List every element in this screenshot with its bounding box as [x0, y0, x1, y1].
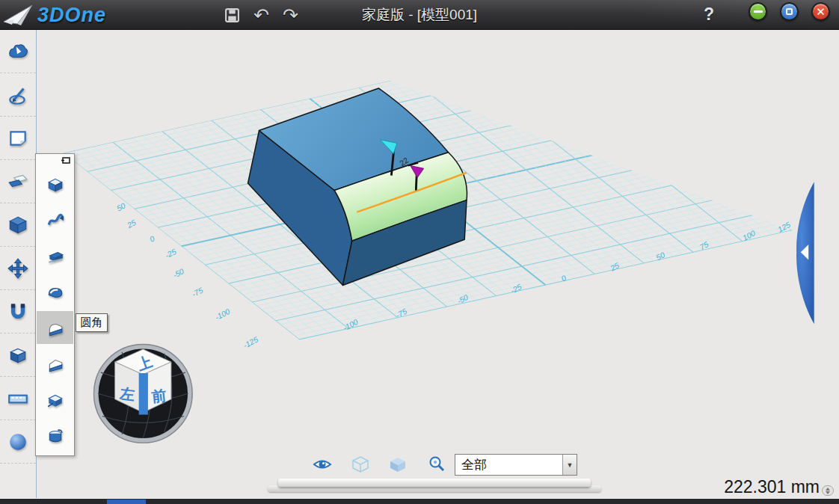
toolbar-item-eraser[interactable] [0, 160, 36, 203]
revolve-icon [46, 283, 64, 301]
right-panel-handle[interactable] [796, 182, 814, 324]
tool-twist[interactable] [46, 426, 65, 446]
titlebar: 3DOne ↶ ↷ 家庭版 - [模型001] ? ✕ [0, 0, 839, 30]
close-button[interactable]: ✕ [811, 2, 830, 21]
model-filleted-box[interactable] [248, 88, 467, 285]
ruler-icon [7, 387, 29, 410]
svg-text:-50: -50 [171, 267, 185, 280]
sphere-icon [7, 431, 29, 453]
solid-cube-icon[interactable] [388, 455, 408, 474]
tooltip: 圆角 [76, 313, 108, 332]
view-cube-highlighted-edge[interactable] [139, 373, 148, 414]
spinner-down-icon [826, 491, 830, 494]
sweep-icon [46, 212, 64, 230]
lidded-box-icon [7, 344, 29, 366]
grid-axis-labels-left: 50250-25-50-75-100-125 [115, 201, 259, 350]
svg-text:-100: -100 [214, 307, 232, 322]
minimize-button[interactable] [749, 2, 767, 21]
magnet-icon [7, 301, 29, 323]
dropdown-value: 全部 [455, 456, 562, 473]
move-arrows-icon [7, 257, 29, 280]
svg-text:-75: -75 [395, 307, 409, 320]
toolbar-item-sketch-plane[interactable] [0, 117, 36, 160]
eraser-icon [7, 170, 29, 193]
app-logo: 3DOne [3, 1, 106, 28]
extrude-icon [46, 176, 64, 194]
sketch-plane-icon [7, 127, 29, 150]
toolbar-item-dimension[interactable] [0, 377, 36, 420]
solid-sketch-icon [7, 40, 29, 63]
paper-plane-icon [3, 3, 34, 27]
toolbar-item-material-sphere[interactable] [0, 420, 36, 464]
maximize-button[interactable] [780, 2, 799, 21]
save-icon[interactable] [224, 7, 240, 23]
toolbar-item-feature-box[interactable] [0, 334, 36, 377]
redo-icon[interactable]: ↷ [283, 0, 298, 30]
toolbar-item-solid-sketch[interactable] [0, 30, 36, 73]
view-cube-left-label[interactable]: 左 [118, 385, 135, 403]
feature-flyout-panel [35, 153, 75, 456]
app-name: 3DOne [37, 4, 106, 27]
3done-app-window: 50250-25-50-75-100-125 -100-75-50-250255… [0, 0, 839, 504]
display-filter-dropdown[interactable]: 全部 ▼ [455, 454, 577, 476]
svg-text:25: 25 [609, 261, 621, 273]
spinner-up-icon [826, 488, 830, 491]
measurement-spinner[interactable] [822, 485, 834, 496]
shell-icon [46, 391, 64, 409]
status-strip-segment [107, 500, 146, 504]
3d-viewport[interactable]: 50250-25-50-75-100-125 -100-75-50-250255… [0, 30, 839, 504]
tool-extrude[interactable] [46, 175, 65, 194]
svg-text:-25: -25 [509, 283, 523, 295]
svg-text:-75: -75 [191, 286, 205, 298]
zoom-search-icon[interactable] [427, 455, 446, 474]
svg-text:-25: -25 [164, 248, 178, 260]
emboss-icon [46, 248, 64, 265]
view-cube[interactable]: 上 左 前 [93, 344, 192, 443]
svg-text:-125: -125 [242, 335, 259, 350]
dropdown-arrow-button[interactable]: ▼ [562, 455, 577, 475]
tool-revolve[interactable] [46, 283, 65, 302]
help-button[interactable]: ? [700, 0, 718, 28]
view-cube-front-label[interactable]: 前 [150, 387, 168, 405]
tool-emboss[interactable] [46, 247, 65, 266]
toolbar-item-magnet[interactable] [0, 290, 36, 334]
visibility-eye-icon[interactable] [313, 455, 332, 474]
tool-fillet[interactable] [46, 319, 65, 338]
sketch-draw-icon [7, 84, 29, 106]
undo-icon[interactable]: ↶ [253, 0, 269, 30]
document-title: 家庭版 - [模型001] [362, 0, 477, 30]
pin-icon[interactable] [61, 157, 70, 165]
svg-text:50: 50 [115, 201, 127, 212]
tool-chamfer[interactable] [46, 354, 65, 374]
svg-text:75: 75 [698, 240, 710, 251]
chamfer-icon [46, 355, 64, 373]
toolbar-item-sketch-draw[interactable] [0, 73, 36, 117]
wireframe-cube-icon[interactable] [351, 455, 370, 474]
cube-icon [7, 214, 29, 236]
svg-text:25: 25 [125, 218, 137, 230]
fillet-icon [46, 319, 64, 337]
toolbar-item-move[interactable] [0, 247, 36, 290]
tool-shell[interactable] [46, 390, 65, 410]
twist-icon [46, 427, 64, 445]
collapsed-tray-bar[interactable] [278, 479, 591, 487]
measurement-readout: 222.301 mm [724, 477, 820, 497]
svg-text:0: 0 [148, 234, 156, 244]
tool-sweep[interactable] [46, 211, 65, 230]
left-toolbar [0, 30, 37, 498]
toolbar-item-primitive-cube[interactable] [0, 203, 36, 247]
bottom-status-strip [0, 498, 839, 504]
